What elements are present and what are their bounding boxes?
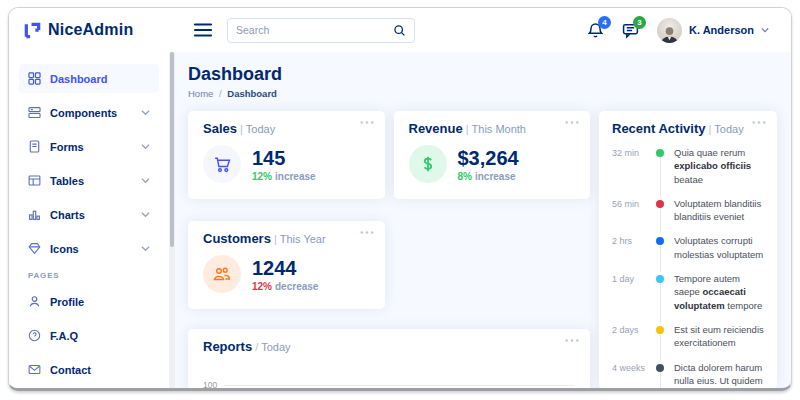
sidebar-item-dashboard[interactable]: Dashboard xyxy=(19,64,159,93)
timeline-dot xyxy=(656,200,664,208)
activity-time: 2 days xyxy=(612,323,652,361)
scrollbar-thumb[interactable] xyxy=(170,52,174,247)
messages-button[interactable]: 3 xyxy=(622,22,639,39)
timeline-dot xyxy=(656,326,664,334)
card-menu-icon[interactable] xyxy=(565,120,579,125)
timeline-dot xyxy=(656,149,664,157)
customers-value: 1244 xyxy=(252,257,318,279)
logo[interactable]: NiceAdmin xyxy=(9,21,159,40)
user-menu[interactable]: K. Anderson xyxy=(657,18,769,43)
activity-item: 2 hrs Voluptates corrupti molestias volu… xyxy=(612,234,764,272)
person-icon xyxy=(28,295,41,308)
reports-chart: 100 xyxy=(203,380,575,390)
sidebar-item-label: Forms xyxy=(50,141,84,153)
sidebar-item-label: Icons xyxy=(50,243,79,255)
breadcrumb: Home / Dashboard xyxy=(188,88,777,99)
header-actions: 4 3 K. Anderson xyxy=(587,18,791,43)
chevron-down-icon xyxy=(761,27,769,33)
activity-item: 32 min Quia quae rerum explicabo officii… xyxy=(612,146,764,197)
activity-item: 56 min Voluptatem blanditiis blanditiis … xyxy=(612,197,764,235)
activity-item: 1 day Tempore autem saepe occaecati volu… xyxy=(612,272,764,323)
recent-activity-card: Recent Activity|Today 32 min Quia quae r… xyxy=(599,111,777,389)
sidebar-item-label: Components xyxy=(50,107,117,119)
grid-icon xyxy=(28,72,41,85)
activity-text: Voluptates corrupti molestias voluptatem xyxy=(668,234,764,272)
chevron-down-icon xyxy=(141,177,150,184)
timeline-dot xyxy=(656,364,664,372)
niceadmin-logo-icon xyxy=(23,21,42,40)
customers-trend: 12%decrease xyxy=(252,281,318,292)
activity-text: Est sit eum reiciendis exercitationem xyxy=(668,323,764,361)
activity-timeline: 32 min Quia quae rerum explicabo officii… xyxy=(612,146,764,391)
breadcrumb-separator: / xyxy=(219,88,222,99)
timeline-line xyxy=(660,283,661,323)
sidebar-item-profile[interactable]: Profile xyxy=(19,287,159,316)
customers-card-title: Customers|This Year xyxy=(203,231,370,246)
message-count-badge: 3 xyxy=(633,16,646,29)
sidebar-item-charts[interactable]: Charts xyxy=(19,200,159,229)
activity-text: Voluptatem blanditiis blanditiis eveniet xyxy=(668,197,764,235)
activity-time: 1 day xyxy=(612,272,652,323)
chevron-down-icon xyxy=(141,245,150,252)
timeline-line xyxy=(660,157,661,197)
revenue-card: Revenue|This Month $3,264 xyxy=(394,111,591,199)
timeline-line xyxy=(660,372,661,391)
main-content: Dashboard Home / Dashboard Sales|Today xyxy=(175,52,791,388)
activity-time: 32 min xyxy=(612,146,652,197)
timeline-dot xyxy=(656,237,664,245)
table-icon xyxy=(28,174,41,187)
sidebar-item-icons[interactable]: Icons xyxy=(19,234,159,263)
sales-card-title: Sales|Today xyxy=(203,121,370,136)
activity-item: 2 days Est sit eum reiciendis exercitati… xyxy=(612,323,764,361)
activity-text: Dicta dolorem harum nulla eius. Ut quide… xyxy=(668,361,764,391)
chevron-down-icon xyxy=(141,143,150,150)
activity-text: Quia quae rerum explicabo officiis beata… xyxy=(668,146,764,197)
card-menu-icon[interactable] xyxy=(565,338,579,343)
card-menu-icon[interactable] xyxy=(752,120,766,125)
activity-time: 4 weeks xyxy=(612,361,652,391)
y-axis-tick: 100 xyxy=(203,380,217,390)
breadcrumb-current: Dashboard xyxy=(227,88,277,99)
card-menu-icon[interactable] xyxy=(360,120,374,125)
people-icon xyxy=(203,255,241,293)
chevron-down-icon xyxy=(141,109,150,116)
sales-card: Sales|Today 145 12%increa xyxy=(188,111,385,199)
sidebar-item-forms[interactable]: Forms xyxy=(19,132,159,161)
sales-value: 145 xyxy=(252,147,316,169)
cards-column: Sales|Today 145 12%increa xyxy=(188,111,590,391)
envelope-icon xyxy=(28,363,41,376)
sidebar-item-label: Charts xyxy=(50,209,85,221)
notification-count-badge: 4 xyxy=(598,16,611,29)
sidebar-item-components[interactable]: Components xyxy=(19,98,159,127)
revenue-card-title: Revenue|This Month xyxy=(409,121,576,136)
sidebar-item-contact[interactable]: Contact xyxy=(19,355,159,384)
sidebar-toggle-icon[interactable] xyxy=(193,22,213,38)
gem-icon xyxy=(28,242,41,255)
chevron-down-icon xyxy=(141,211,150,218)
gridline xyxy=(223,385,575,386)
timeline-dot xyxy=(656,275,664,283)
form-file-icon xyxy=(28,140,41,153)
sidebar-item-label: F.A.Q xyxy=(50,330,78,342)
question-circle-icon xyxy=(28,329,41,342)
sidebar-item-register[interactable]: Register xyxy=(19,389,159,391)
app-window: NiceAdmin 4 xyxy=(8,7,792,391)
header: NiceAdmin 4 xyxy=(9,8,791,52)
sidebar-item-label: Contact xyxy=(50,364,91,376)
sidebar-item-faq[interactable]: F.A.Q xyxy=(19,321,159,350)
breadcrumb-home[interactable]: Home xyxy=(188,88,213,99)
sidebar-item-tables[interactable]: Tables xyxy=(19,166,159,195)
search-input[interactable] xyxy=(236,24,393,36)
reports-card: Reports/Today 100 xyxy=(188,329,590,391)
activity-item: 4 weeks Dicta dolorem harum nulla eius. … xyxy=(612,361,764,391)
timeline-line xyxy=(660,208,661,235)
notifications-button[interactable]: 4 xyxy=(587,22,604,39)
dollar-icon xyxy=(409,145,447,183)
search-icon[interactable] xyxy=(393,24,406,37)
user-name: K. Anderson xyxy=(689,24,754,36)
sales-trend: 12%increase xyxy=(252,171,316,182)
activity-time: 56 min xyxy=(612,197,652,235)
card-menu-icon[interactable] xyxy=(360,230,374,235)
sidebar-item-label: Tables xyxy=(50,175,84,187)
page-title: Dashboard xyxy=(188,64,777,85)
